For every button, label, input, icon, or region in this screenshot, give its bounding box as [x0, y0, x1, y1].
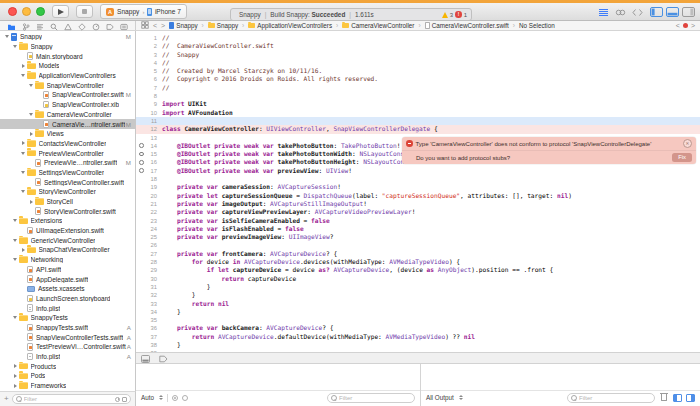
add-file-button[interactable]: +	[4, 395, 9, 403]
disclosure-closed-icon[interactable]	[27, 132, 35, 136]
code-line[interactable]: 30 return captureDevice	[136, 275, 700, 283]
code-line[interactable]: 25 private var previewImageView: UIImage…	[136, 233, 700, 241]
tree-item[interactable]: AppDelegate.swift	[0, 274, 135, 284]
tree-item[interactable]: Products	[0, 361, 135, 371]
code-line[interactable]: 37 return AVCaptureDevice.defaultDevice(…	[136, 333, 700, 341]
breadcrumb-item[interactable]: CameraViewController	[342, 22, 414, 29]
console-filter-input[interactable]	[579, 395, 651, 401]
tree-item[interactable]: SnapViewController.xib	[0, 100, 135, 110]
code-line[interactable]: 1//	[136, 34, 700, 42]
tree-item[interactable]: Info.plist	[0, 303, 135, 313]
code-line[interactable]: 18	[136, 175, 700, 183]
outlet-connection-well[interactable]	[139, 160, 144, 165]
disclosure-closed-icon[interactable]	[11, 374, 19, 378]
disclosure-open-icon[interactable]	[11, 45, 19, 48]
tree-item[interactable]: Extensions	[0, 216, 135, 226]
code-line[interactable]: 38 }	[136, 341, 700, 349]
code-line[interactable]: 21 private var imageOutput: AVCaptureSti…	[136, 200, 700, 208]
tree-item[interactable]: StoryViewController	[0, 187, 135, 197]
tree-item[interactable]: SnapViewController.swiftM	[0, 90, 135, 100]
disclosure-closed-icon[interactable]	[19, 141, 27, 145]
tree-item[interactable]: ApplicationViewControllers	[0, 71, 135, 81]
code-line[interactable]: 4//	[136, 59, 700, 67]
version-editor-button[interactable]	[632, 8, 643, 17]
tree-item[interactable]: CameraViewController	[0, 110, 135, 120]
disclosure-open-icon[interactable]	[11, 219, 19, 222]
code-line[interactable]: 26	[136, 241, 700, 249]
tree-item[interactable]: Models	[0, 61, 135, 71]
disclosure-open-icon[interactable]	[11, 316, 19, 319]
issue-badges[interactable]: 3 ! 1	[442, 11, 467, 18]
toggle-navigator-button[interactable]	[650, 7, 663, 17]
tree-item[interactable]: Pods	[0, 371, 135, 381]
tree-item[interactable]: SnappyTests	[0, 313, 135, 323]
code-line[interactable]: 7//	[136, 84, 700, 92]
assistant-editor-button[interactable]	[615, 8, 626, 17]
disclosure-open-icon[interactable]	[27, 113, 35, 116]
variables-scope-popup[interactable]: Auto	[141, 394, 154, 401]
tree-item[interactable]: SnappyTests.swiftA	[0, 323, 135, 333]
code-line[interactable]: 29 if let captureDevice = device as? AVC…	[136, 266, 700, 274]
tree-item[interactable]: Main.storyboard	[0, 51, 135, 61]
breadcrumb-item[interactable]: CameraViewController.swift	[425, 22, 509, 29]
outlet-connection-well[interactable]	[139, 143, 144, 148]
code-line[interactable]: 12class CameraViewController: UIViewCont…	[136, 125, 700, 133]
tree-item[interactable]: Networking	[0, 255, 135, 265]
code-line[interactable]: 22 private var captureViewPreviewLayer: …	[136, 208, 700, 216]
code-line[interactable]: 24 private var isFlashEnabled = false	[136, 225, 700, 233]
go-back-button[interactable]: <	[153, 22, 157, 30]
code-line[interactable]: 3// Snappy	[136, 51, 700, 59]
outlet-connection-well[interactable]	[139, 152, 144, 157]
outlet-connection-well[interactable]	[139, 168, 144, 173]
tree-item[interactable]: TestPreviewVi…Controller.swiftA	[0, 342, 135, 352]
breadcrumb-item[interactable]: No Selection	[519, 22, 555, 29]
go-forward-button[interactable]: >	[161, 22, 165, 30]
breadcrumb-item[interactable]: Snappy	[208, 22, 238, 29]
disclosure-open-icon[interactable]	[11, 258, 19, 261]
variables-filter-input[interactable]	[339, 395, 411, 401]
disclosure-open-icon[interactable]	[19, 171, 27, 174]
disclosure-closed-icon[interactable]	[19, 248, 27, 252]
code-line[interactable]: 17 @IBOutlet private weak var previewVie…	[136, 167, 700, 175]
toggle-variables-pane-icon[interactable]	[673, 394, 682, 402]
disclosure-open-icon[interactable]	[3, 35, 11, 38]
standard-editor-button[interactable]	[598, 8, 609, 17]
code-line[interactable]: 19 private var cameraSession: AVCaptureS…	[136, 183, 700, 191]
tree-item[interactable]: StoryCell	[0, 197, 135, 207]
previous-issue-button[interactable]: <	[676, 22, 680, 30]
tree-item[interactable]: LaunchScreen.storyboard	[0, 294, 135, 304]
code-line[interactable]: 32 }	[136, 291, 700, 299]
toggle-console-pane-icon[interactable]	[686, 394, 695, 402]
toggle-debug-area-button[interactable]	[666, 7, 679, 17]
show-values-icon[interactable]	[172, 395, 178, 401]
code-line[interactable]: 34 }	[136, 308, 700, 316]
fix-button[interactable]: Fix	[672, 153, 692, 162]
tree-item[interactable]: Views	[0, 129, 135, 139]
tree-item[interactable]: SettingsViewController	[0, 168, 135, 178]
navigator-filter-field[interactable]	[12, 394, 131, 404]
zoom-window-button[interactable]	[36, 7, 45, 16]
scm-status-filter-icon[interactable]	[122, 397, 127, 402]
variables-filter-field[interactable]	[327, 393, 415, 403]
code-line[interactable]: 23 private var isSelfieCameraEnabled = f…	[136, 217, 700, 225]
tree-item[interactable]: SnapViewController	[0, 80, 135, 90]
code-line[interactable]: 28 for device in AVCaptureDevice.devices…	[136, 258, 700, 266]
toggle-inspector-button[interactable]	[682, 7, 695, 17]
recent-files-filter-icon[interactable]	[115, 397, 120, 402]
tree-item[interactable]: API.swift	[0, 265, 135, 275]
code-line[interactable]: 11	[136, 117, 700, 125]
navigator-filter-input[interactable]	[24, 396, 113, 402]
code-line[interactable]: 36 private var backCamera: AVCaptureDevi…	[136, 324, 700, 332]
console-filter-field[interactable]	[567, 393, 655, 403]
disclosure-closed-icon[interactable]	[11, 384, 19, 388]
disclosure-open-icon[interactable]	[19, 74, 27, 77]
close-icon[interactable]: ✕	[683, 139, 692, 148]
code-line[interactable]: 2// CameraViewController.swift	[136, 42, 700, 50]
console-scope-popup[interactable]: All Output	[426, 394, 454, 401]
tree-item[interactable]: SnapViewControllerTests.swiftA	[0, 332, 135, 342]
tree-item[interactable]: Frameworks	[0, 381, 135, 391]
breadcrumb-item[interactable]: ApplicationViewControllers	[248, 22, 332, 29]
tree-item[interactable]: PreviewViewController	[0, 148, 135, 158]
tree-item[interactable]: PreviewVie…ntroller.swiftM	[0, 158, 135, 168]
code-line[interactable]: 27 private var frontCamera: AVCaptureDev…	[136, 250, 700, 258]
